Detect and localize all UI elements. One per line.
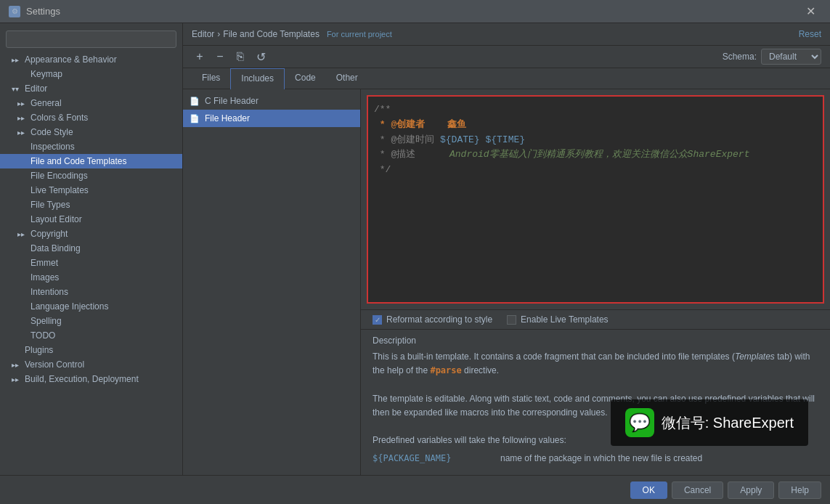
var-package-desc: name of the package in which the new fil…: [500, 453, 702, 463]
sidebar-item-editor[interactable]: ▾Editor: [0, 81, 182, 96]
sidebar-item-plugins[interactable]: Plugins: [0, 343, 182, 357]
apply-button[interactable]: Apply: [728, 481, 774, 499]
template-label-file-header: File Header: [205, 113, 250, 123]
sidebar-label-images: Images: [30, 272, 59, 283]
sidebar-item-colors-fonts[interactable]: ▸Colors & Fonts: [0, 110, 182, 125]
arrow-icon-build: ▸: [12, 375, 20, 383]
reformat-label: Reformat according to style: [386, 314, 492, 325]
sidebar-item-build[interactable]: ▸Build, Execution, Deployment: [0, 372, 182, 386]
tab-includes[interactable]: Includes: [230, 68, 285, 89]
window-title: Settings: [26, 6, 794, 17]
code-line-1: /**: [374, 102, 817, 118]
sidebar-label-data-binding: Data Binding: [30, 243, 81, 253]
sidebar-item-appearance[interactable]: ▸Appearance & Behavior: [0, 52, 182, 67]
sidebar-item-keymap[interactable]: Keymap: [0, 67, 182, 81]
sidebar-item-layout-editor[interactable]: Layout Editor: [0, 212, 182, 227]
code-line-5: */: [374, 163, 817, 178]
description-title: Description: [373, 336, 818, 346]
tab-other[interactable]: Other: [326, 68, 368, 89]
breadcrumb-separator: ›: [217, 29, 220, 39]
sidebar-label-keymap: Keymap: [30, 69, 62, 79]
sidebar-item-copyright[interactable]: ▸Copyright: [0, 227, 182, 241]
reformat-checkbox-box: ✓: [373, 315, 382, 325]
reset-link[interactable]: Reset: [799, 29, 821, 39]
schema-select[interactable]: Default: [761, 49, 821, 65]
var-package-name: ${PACKAGE_NAME}: [373, 453, 489, 463]
sidebar-item-file-encodings[interactable]: File Encodings: [0, 168, 182, 183]
sidebar-label-colors-fonts: Colors & Fonts: [30, 113, 88, 123]
toolbar: + − ⎘ ↺ Schema: Default: [183, 46, 830, 68]
sidebar-item-inspections[interactable]: Inspections: [0, 139, 182, 154]
template-icon-c: 📄: [189, 95, 200, 107]
code-line-4: * @描述 Android零基础入门到精通系列教程，欢迎关注微信公众ShareE…: [374, 147, 817, 163]
reformat-checkbox[interactable]: ✓ Reformat according to style: [373, 314, 492, 325]
arrow-icon-general: ▸: [17, 99, 26, 107]
arrow-icon-appearance: ▸: [12, 56, 20, 64]
close-button[interactable]: ✕: [800, 1, 821, 21]
sidebar-item-emmet[interactable]: Emmet: [0, 256, 182, 270]
tab-bar: Files Includes Code Other: [183, 68, 830, 89]
watermark: 💬 微信号: ShareExpert: [611, 399, 808, 446]
tab-code[interactable]: Code: [285, 68, 326, 89]
app-icon: ⚙: [9, 6, 20, 17]
breadcrumb: Editor › File and Code Templates For cur…: [192, 29, 392, 39]
action-bar: OK Cancel Apply Help: [0, 475, 830, 504]
template-icon-file: 📄: [189, 113, 200, 124]
sidebar-label-spelling: Spelling: [30, 316, 62, 326]
arrow-icon-editor: ▾: [12, 85, 20, 93]
template-label-c-file-header: C File Header: [205, 96, 259, 106]
sidebar-label-live-templates: Live Templates: [30, 185, 89, 195]
ok-button[interactable]: OK: [630, 481, 667, 499]
sidebar-item-data-binding[interactable]: Data Binding: [0, 241, 182, 256]
sidebar-item-language-injections[interactable]: Language Injections: [0, 299, 182, 314]
header-bar: Editor › File and Code Templates For cur…: [183, 23, 830, 46]
sidebar-item-file-code-templates[interactable]: File and Code Templates: [0, 154, 182, 168]
template-item-c-file-header[interactable]: 📄 C File Header: [183, 92, 360, 110]
sidebar-item-intentions[interactable]: Intentions: [0, 285, 182, 299]
sidebar-label-copyright: Copyright: [30, 229, 68, 239]
sidebar-item-code-style[interactable]: ▸Code Style: [0, 125, 182, 139]
template-item-file-header[interactable]: 📄 File Header: [183, 110, 360, 127]
remove-button[interactable]: −: [212, 49, 228, 65]
arrow-icon-copyright: ▸: [17, 230, 26, 238]
sidebar-item-todo[interactable]: TODO: [0, 328, 182, 343]
description-table: ${PACKAGE_NAME} name of the package in w…: [373, 453, 818, 463]
arrow-icon-colors-fonts: ▸: [17, 114, 26, 122]
wechat-icon: 💬: [625, 408, 654, 437]
sidebar-item-general[interactable]: ▸General: [0, 96, 182, 110]
copy-button[interactable]: ⎘: [232, 49, 248, 65]
live-templates-checkbox[interactable]: Enable Live Templates: [507, 314, 609, 325]
schema-label: Schema:: [723, 52, 757, 62]
sidebar-item-spelling[interactable]: Spelling: [0, 314, 182, 328]
code-editor[interactable]: /** * @创建者 鑫鱼 * @创建时间 ${DATE} ${TIME} * …: [367, 95, 824, 304]
sidebar-label-code-style: Code Style: [30, 127, 73, 137]
live-templates-checkbox-box: [507, 315, 516, 325]
search-input[interactable]: [6, 31, 176, 48]
sidebar-item-version-control[interactable]: ▸Version Control: [0, 357, 182, 372]
template-list: 📄 C File Header 📄 File Header: [183, 89, 361, 475]
sidebar-label-version-control: Version Control: [25, 359, 84, 370]
help-button[interactable]: Help: [778, 481, 821, 499]
bottom-options: ✓ Reformat according to style Enable Liv…: [361, 309, 830, 330]
arrow-icon-version-control: ▸: [12, 361, 20, 369]
sidebar-label-intentions: Intentions: [30, 287, 68, 297]
sidebar-item-live-templates[interactable]: Live Templates: [0, 183, 182, 198]
sidebar-label-file-encodings: File Encodings: [30, 171, 88, 181]
sidebar-label-plugins: Plugins: [25, 345, 53, 355]
add-button[interactable]: +: [192, 49, 208, 65]
code-line-2: * @创建者 鑫鱼: [374, 118, 817, 133]
arrow-icon-code-style: ▸: [17, 129, 26, 137]
breadcrumb-project-tag: For current project: [327, 30, 392, 38]
tab-files[interactable]: Files: [192, 68, 230, 89]
sidebar-item-images[interactable]: Images: [0, 270, 182, 285]
sidebar-item-file-types[interactable]: File Types: [0, 198, 182, 212]
sidebar-label-language-injections: Language Injections: [30, 301, 108, 312]
sidebar-label-editor: Editor: [25, 84, 47, 94]
titlebar: ⚙ Settings ✕: [0, 0, 830, 23]
reset-file-button[interactable]: ↺: [253, 49, 269, 65]
code-line-3: * @创建时间 ${DATE} ${TIME}: [374, 133, 817, 148]
description-row-package: ${PACKAGE_NAME} name of the package in w…: [373, 453, 818, 463]
sidebar-label-appearance: Appearance & Behavior: [25, 54, 117, 65]
cancel-button[interactable]: Cancel: [672, 481, 723, 499]
watermark-text: 微信号: ShareExpert: [662, 413, 794, 433]
